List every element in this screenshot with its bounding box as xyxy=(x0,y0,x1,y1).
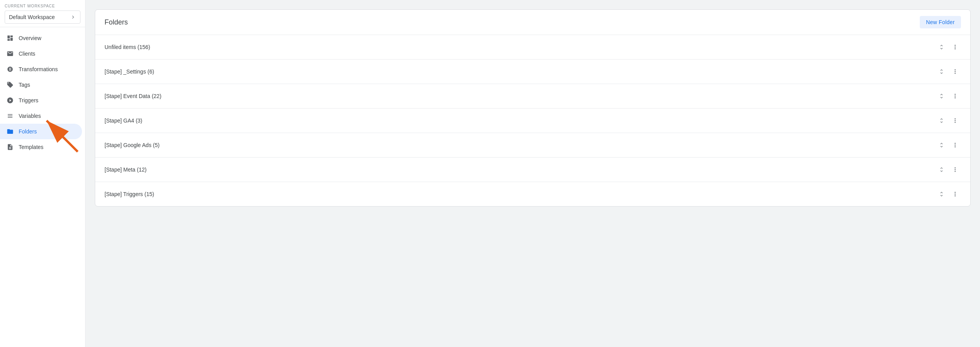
folder-name: [Stape] _Settings (6) xyxy=(105,68,154,75)
nav-list: Overview Clients Transformations Tags xyxy=(0,27,85,158)
chevron-up-down-icon xyxy=(938,166,945,173)
folders-icon xyxy=(6,128,14,135)
sidebar-item-transformations[interactable]: Transformations xyxy=(0,61,82,77)
sidebar-item-overview[interactable]: Overview xyxy=(0,30,82,46)
more-vert-icon xyxy=(952,68,959,75)
more-options-button[interactable] xyxy=(949,165,961,175)
sidebar-item-label: Triggers xyxy=(19,97,38,103)
chevron-up-down-icon xyxy=(938,68,945,75)
folder-actions xyxy=(937,67,961,77)
sidebar-item-label: Transformations xyxy=(19,66,58,72)
sort-button[interactable] xyxy=(937,116,946,125)
more-vert-icon xyxy=(952,117,959,124)
table-row[interactable]: [Stape] Event Data (22) xyxy=(95,84,970,109)
tags-icon xyxy=(6,81,14,89)
more-options-button[interactable] xyxy=(949,91,961,101)
chevron-right-icon xyxy=(70,14,76,20)
sidebar-item-triggers[interactable]: Triggers xyxy=(0,93,82,108)
more-options-button[interactable] xyxy=(949,189,961,199)
transformations-icon xyxy=(6,65,14,73)
table-row[interactable]: Unfiled items (156) xyxy=(95,35,970,60)
table-row[interactable]: [Stape] _Settings (6) xyxy=(95,60,970,84)
more-vert-icon xyxy=(952,93,959,100)
card-header: Folders New Folder xyxy=(95,10,970,35)
more-options-button[interactable] xyxy=(949,140,961,150)
folders-card: Folders New Folder Unfiled items (156) [… xyxy=(95,9,971,207)
folder-actions xyxy=(937,91,961,101)
folder-name: [Stape] Meta (12) xyxy=(105,166,146,173)
folder-actions xyxy=(937,42,961,52)
folder-name: [Stape] GA4 (3) xyxy=(105,117,142,124)
sidebar-item-label: Overview xyxy=(19,35,41,41)
more-vert-icon xyxy=(952,191,959,198)
folder-name: Unfiled items (156) xyxy=(105,44,150,50)
chevron-up-down-icon xyxy=(938,44,945,50)
sort-button[interactable] xyxy=(937,189,946,199)
more-vert-icon xyxy=(952,166,959,173)
chevron-up-down-icon xyxy=(938,142,945,148)
sort-button[interactable] xyxy=(937,42,946,52)
sidebar-item-label: Folders xyxy=(19,128,37,135)
sort-button[interactable] xyxy=(937,165,946,174)
workspace-label: CURRENT WORKSPACE xyxy=(5,4,80,8)
table-row[interactable]: [Stape] Triggers (15) xyxy=(95,182,970,206)
clients-icon xyxy=(6,50,14,58)
more-options-button[interactable] xyxy=(949,116,961,126)
folder-list: Unfiled items (156) [Stape] _Settings (6… xyxy=(95,35,970,206)
more-options-button[interactable] xyxy=(949,67,961,77)
workspace-section: CURRENT WORKSPACE Default Workspace xyxy=(0,0,85,27)
table-row[interactable]: [Stape] Meta (12) xyxy=(95,158,970,182)
triggers-icon xyxy=(6,96,14,104)
chevron-up-down-icon xyxy=(938,117,945,124)
new-folder-button[interactable]: New Folder xyxy=(920,16,961,28)
variables-icon xyxy=(6,112,14,120)
folder-name: [Stape] Event Data (22) xyxy=(105,93,161,99)
workspace-name: Default Workspace xyxy=(9,14,55,20)
page-title: Folders xyxy=(105,18,128,26)
sidebar-item-label: Clients xyxy=(19,51,35,57)
more-vert-icon xyxy=(952,44,959,51)
folder-actions xyxy=(937,189,961,199)
more-options-button[interactable] xyxy=(949,42,961,52)
sidebar-item-templates[interactable]: Templates xyxy=(0,139,82,155)
table-row[interactable]: [Stape] GA4 (3) xyxy=(95,109,970,133)
sort-button[interactable] xyxy=(937,91,946,101)
folder-name: [Stape] Triggers (15) xyxy=(105,191,154,197)
folder-name: [Stape] Google Ads (5) xyxy=(105,142,160,148)
folder-actions xyxy=(937,140,961,150)
main-content: Folders New Folder Unfiled items (156) [… xyxy=(85,0,980,347)
sort-button[interactable] xyxy=(937,140,946,150)
sort-button[interactable] xyxy=(937,67,946,76)
sidebar-item-label: Variables xyxy=(19,113,41,119)
chevron-up-down-icon xyxy=(938,191,945,197)
dashboard-icon xyxy=(6,34,14,42)
sidebar-item-label: Templates xyxy=(19,144,44,150)
sidebar-item-label: Tags xyxy=(19,82,30,88)
chevron-up-down-icon xyxy=(938,93,945,99)
folder-actions xyxy=(937,165,961,175)
sidebar-item-variables[interactable]: Variables xyxy=(0,108,82,124)
workspace-button[interactable]: Default Workspace xyxy=(5,11,80,24)
sidebar: CURRENT WORKSPACE Default Workspace Over… xyxy=(0,0,85,347)
folder-actions xyxy=(937,116,961,126)
sidebar-item-clients[interactable]: Clients xyxy=(0,46,82,61)
sidebar-item-tags[interactable]: Tags xyxy=(0,77,82,93)
table-row[interactable]: [Stape] Google Ads (5) xyxy=(95,133,970,158)
templates-icon xyxy=(6,143,14,151)
sidebar-item-folders[interactable]: Folders xyxy=(0,124,82,139)
more-vert-icon xyxy=(952,142,959,149)
